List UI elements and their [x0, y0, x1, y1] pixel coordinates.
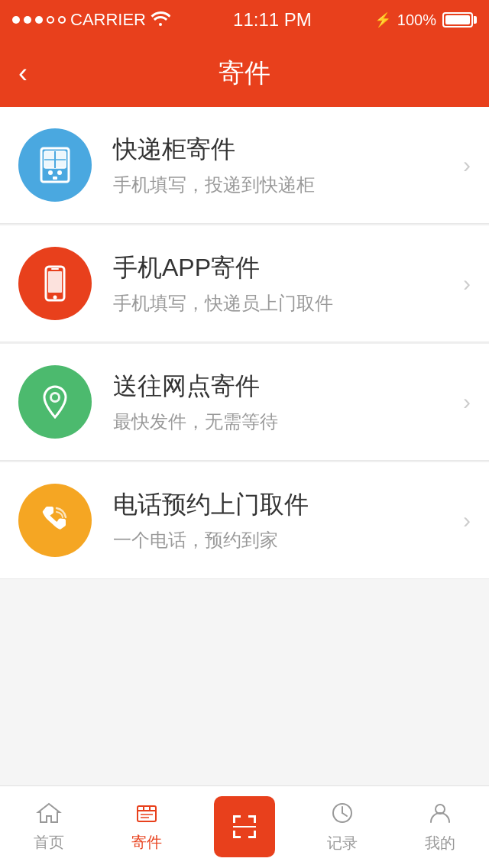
home-icon	[36, 802, 62, 828]
tab-mine[interactable]: 我的	[391, 786, 489, 868]
telephone-text: 电话预约上门取件 一个电话，预约到家	[113, 488, 454, 552]
dot2	[24, 16, 31, 24]
menu-item-outlet[interactable]: 送往网点寄件 最快发件，无需等待 ›	[0, 344, 489, 461]
nav-title: 寄件	[219, 56, 270, 91]
dot5	[58, 16, 66, 24]
outlet-icon-circle	[18, 365, 92, 439]
menu-list: 快递柜寄件 手机填写，投递到快递柜 › 手机APP寄件 手机填写，快递员上门取件…	[0, 107, 489, 579]
app-icon-circle	[18, 247, 92, 320]
svg-point-13	[52, 394, 58, 400]
phone-svg-icon	[34, 262, 76, 305]
locker-subtitle: 手机填写，投递到快递柜	[113, 173, 454, 197]
svg-rect-25	[233, 831, 235, 838]
telephone-title: 电话预约上门取件	[113, 488, 454, 522]
app-subtitle: 手机填写，快递员上门取件	[113, 291, 454, 316]
tab-home[interactable]: 首页	[0, 786, 98, 868]
bluetooth-icon: ⚡	[374, 11, 391, 28]
svg-rect-27	[254, 831, 256, 838]
telephone-svg-icon	[34, 499, 76, 542]
signal-dots	[12, 16, 66, 24]
tab-send[interactable]: 寄件	[98, 786, 196, 868]
svg-point-10	[53, 296, 57, 300]
locker-title: 快递柜寄件	[113, 133, 454, 167]
tab-record-label: 记录	[327, 833, 358, 853]
locker-chevron: ›	[463, 152, 471, 178]
carrier-label: CARRIER	[70, 10, 146, 30]
telephone-chevron: ›	[463, 507, 471, 533]
telephone-subtitle: 一个电话，预约到家	[113, 528, 454, 552]
back-button[interactable]: ‹	[18, 57, 28, 89]
scan-button[interactable]	[214, 796, 275, 857]
clock-icon	[330, 801, 355, 828]
locker-svg-icon	[34, 144, 76, 186]
status-left: CARRIER	[12, 10, 170, 30]
status-right: ⚡ 100%	[374, 11, 477, 29]
svg-line-31	[342, 813, 347, 816]
clock: 11:11 PM	[233, 9, 312, 31]
dot4	[47, 16, 54, 24]
user-icon	[428, 801, 452, 828]
app-title: 手机APP寄件	[113, 251, 454, 285]
location-svg-icon	[34, 381, 76, 423]
menu-item-telephone[interactable]: 电话预约上门取件 一个电话，预约到家 ›	[0, 462, 489, 579]
svg-rect-7	[53, 177, 57, 180]
nav-bar: ‹ 寄件	[0, 40, 489, 107]
locker-icon-circle	[18, 128, 92, 202]
scan-svg-icon	[227, 809, 262, 844]
dot3	[35, 16, 43, 24]
send-icon	[134, 802, 160, 828]
outlet-chevron: ›	[463, 389, 471, 415]
wifi-icon	[151, 11, 170, 30]
svg-point-5	[48, 170, 53, 175]
battery-percent: 100%	[397, 11, 436, 29]
app-text: 手机APP寄件 手机填写，快递员上门取件	[113, 251, 454, 316]
status-bar: CARRIER 11:11 PM ⚡ 100%	[0, 0, 489, 40]
telephone-icon-circle	[18, 484, 92, 557]
svg-rect-23	[254, 815, 256, 823]
tab-record[interactable]: 记录	[293, 786, 391, 868]
dot1	[12, 16, 20, 24]
svg-rect-21	[233, 815, 235, 823]
tab-bar: 首页 寄件	[0, 785, 489, 868]
outlet-subtitle: 最快发件，无需等待	[113, 410, 454, 434]
svg-point-6	[57, 170, 62, 175]
svg-rect-9	[48, 271, 62, 293]
outlet-text: 送往网点寄件 最快发件，无需等待	[113, 370, 454, 434]
tab-scan[interactable]	[196, 796, 293, 859]
menu-item-app[interactable]: 手机APP寄件 手机填写，快递员上门取件 ›	[0, 225, 489, 342]
battery-icon	[442, 12, 477, 28]
menu-item-locker[interactable]: 快递柜寄件 手机填写，投递到快递柜 ›	[0, 107, 489, 224]
outlet-title: 送往网点寄件	[113, 370, 454, 403]
tab-home-label: 首页	[34, 832, 64, 853]
tab-mine-label: 我的	[425, 833, 455, 853]
tab-send-label: 寄件	[131, 832, 162, 853]
locker-text: 快递柜寄件 手机填写，投递到快递柜	[113, 133, 454, 197]
app-chevron: ›	[463, 270, 471, 296]
svg-rect-14	[138, 806, 156, 821]
